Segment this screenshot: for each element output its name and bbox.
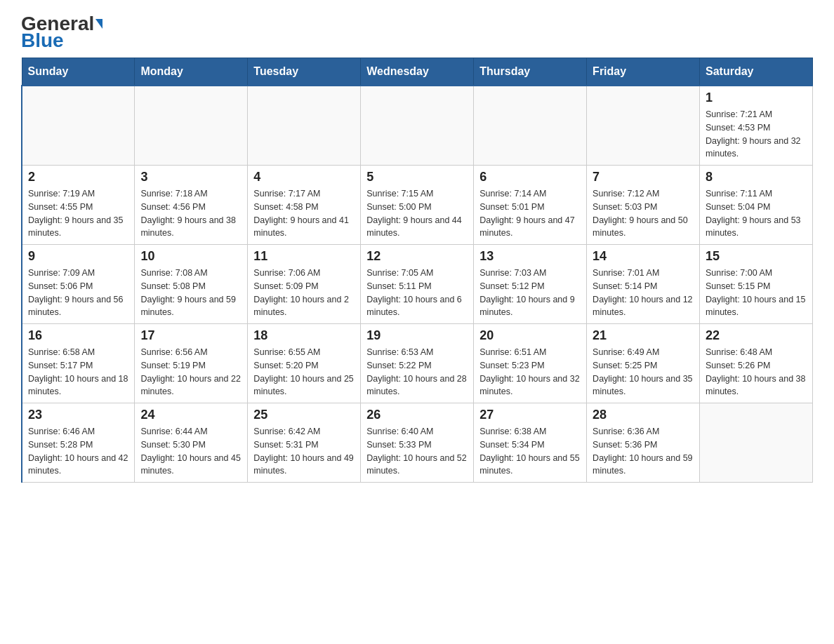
calendar-cell <box>135 86 248 166</box>
day-info: Sunrise: 6:44 AMSunset: 5:30 PMDaylight:… <box>140 425 241 478</box>
weekday-header-friday: Friday <box>587 58 700 86</box>
calendar-body: 1Sunrise: 7:21 AMSunset: 4:53 PMDaylight… <box>22 86 813 483</box>
calendar-table: SundayMondayTuesdayWednesdayThursdayFrid… <box>21 58 813 483</box>
day-info: Sunrise: 7:17 AMSunset: 4:58 PMDaylight:… <box>253 187 355 240</box>
calendar-cell <box>587 86 700 166</box>
day-info: Sunrise: 7:03 AMSunset: 5:12 PMDaylight:… <box>479 267 581 319</box>
calendar-cell: 9Sunrise: 7:09 AMSunset: 5:06 PMDaylight… <box>22 245 135 324</box>
day-number: 17 <box>140 328 241 343</box>
calendar-cell: 11Sunrise: 7:06 AMSunset: 5:09 PMDayligh… <box>248 245 361 324</box>
day-info: Sunrise: 7:08 AMSunset: 5:08 PMDaylight:… <box>140 267 241 319</box>
day-number: 23 <box>28 408 128 422</box>
day-info: Sunrise: 7:12 AMSunset: 5:03 PMDaylight:… <box>593 187 694 240</box>
weekday-header-tuesday: Tuesday <box>248 58 361 86</box>
day-info: Sunrise: 7:01 AMSunset: 5:14 PMDaylight:… <box>593 267 694 319</box>
calendar-cell: 26Sunrise: 6:40 AMSunset: 5:33 PMDayligh… <box>361 403 474 483</box>
calendar-cell: 7Sunrise: 7:12 AMSunset: 5:03 PMDaylight… <box>587 166 700 245</box>
calendar-cell: 13Sunrise: 7:03 AMSunset: 5:12 PMDayligh… <box>474 245 587 324</box>
calendar-cell: 2Sunrise: 7:19 AMSunset: 4:55 PMDaylight… <box>22 166 135 245</box>
day-info: Sunrise: 7:00 AMSunset: 5:15 PMDaylight:… <box>706 267 807 319</box>
day-info: Sunrise: 7:18 AMSunset: 4:56 PMDaylight:… <box>140 187 241 240</box>
day-number: 4 <box>253 170 355 185</box>
day-info: Sunrise: 7:15 AMSunset: 5:00 PMDaylight:… <box>366 187 468 240</box>
day-number: 13 <box>479 249 581 264</box>
day-info: Sunrise: 6:53 AMSunset: 5:22 PMDaylight:… <box>366 346 468 398</box>
weekday-header-sunday: Sunday <box>22 58 135 86</box>
calendar-cell: 17Sunrise: 6:56 AMSunset: 5:19 PMDayligh… <box>135 324 248 403</box>
weekday-header-saturday: Saturday <box>700 58 813 86</box>
calendar-cell <box>248 86 361 166</box>
day-number: 8 <box>706 170 807 185</box>
day-number: 27 <box>479 408 581 422</box>
day-info: Sunrise: 6:48 AMSunset: 5:26 PMDaylight:… <box>706 346 807 398</box>
day-number: 18 <box>253 328 355 343</box>
day-info: Sunrise: 7:21 AMSunset: 4:53 PMDaylight:… <box>706 108 807 161</box>
calendar-cell: 10Sunrise: 7:08 AMSunset: 5:08 PMDayligh… <box>135 245 248 324</box>
calendar-week-row: 2Sunrise: 7:19 AMSunset: 4:55 PMDaylight… <box>22 166 813 245</box>
calendar-cell: 5Sunrise: 7:15 AMSunset: 5:00 PMDaylight… <box>361 166 474 245</box>
day-info: Sunrise: 6:51 AMSunset: 5:23 PMDaylight:… <box>479 346 581 398</box>
weekday-header-thursday: Thursday <box>474 58 587 86</box>
logo-sub: Blue <box>21 31 64 51</box>
weekday-header-monday: Monday <box>135 58 248 86</box>
calendar-cell: 18Sunrise: 6:55 AMSunset: 5:20 PMDayligh… <box>248 324 361 403</box>
weekday-header-wednesday: Wednesday <box>361 58 474 86</box>
day-number: 25 <box>253 408 355 422</box>
calendar-cell: 4Sunrise: 7:17 AMSunset: 4:58 PMDaylight… <box>248 166 361 245</box>
day-info: Sunrise: 6:58 AMSunset: 5:17 PMDaylight:… <box>28 346 128 398</box>
day-number: 14 <box>593 249 694 264</box>
calendar-week-row: 9Sunrise: 7:09 AMSunset: 5:06 PMDaylight… <box>22 245 813 324</box>
day-number: 16 <box>28 328 128 343</box>
day-number: 1 <box>706 90 807 105</box>
weekday-header-row: SundayMondayTuesdayWednesdayThursdayFrid… <box>22 58 813 86</box>
calendar-cell: 24Sunrise: 6:44 AMSunset: 5:30 PMDayligh… <box>135 403 248 483</box>
calendar-cell: 3Sunrise: 7:18 AMSunset: 4:56 PMDaylight… <box>135 166 248 245</box>
day-number: 6 <box>479 170 581 185</box>
day-number: 26 <box>366 408 468 422</box>
day-info: Sunrise: 6:40 AMSunset: 5:33 PMDaylight:… <box>366 425 468 478</box>
day-number: 15 <box>706 249 807 264</box>
day-info: Sunrise: 6:49 AMSunset: 5:25 PMDaylight:… <box>593 346 694 398</box>
day-info: Sunrise: 6:38 AMSunset: 5:34 PMDaylight:… <box>479 425 581 478</box>
calendar-cell <box>474 86 587 166</box>
day-number: 9 <box>28 249 128 264</box>
calendar-cell: 16Sunrise: 6:58 AMSunset: 5:17 PMDayligh… <box>22 324 135 403</box>
calendar-cell: 8Sunrise: 7:11 AMSunset: 5:04 PMDaylight… <box>700 166 813 245</box>
day-number: 5 <box>366 170 468 185</box>
calendar-cell: 14Sunrise: 7:01 AMSunset: 5:14 PMDayligh… <box>587 245 700 324</box>
day-info: Sunrise: 7:06 AMSunset: 5:09 PMDaylight:… <box>253 267 355 319</box>
day-number: 2 <box>28 170 128 185</box>
calendar-week-row: 1Sunrise: 7:21 AMSunset: 4:53 PMDaylight… <box>22 86 813 166</box>
day-number: 3 <box>140 170 241 185</box>
day-info: Sunrise: 7:14 AMSunset: 5:01 PMDaylight:… <box>479 187 581 240</box>
logo-triangle-icon <box>95 19 102 29</box>
day-info: Sunrise: 6:55 AMSunset: 5:20 PMDaylight:… <box>253 346 355 398</box>
calendar-cell <box>361 86 474 166</box>
day-info: Sunrise: 6:56 AMSunset: 5:19 PMDaylight:… <box>140 346 241 398</box>
calendar-cell: 21Sunrise: 6:49 AMSunset: 5:25 PMDayligh… <box>587 324 700 403</box>
day-number: 21 <box>593 328 694 343</box>
day-number: 24 <box>140 408 241 422</box>
calendar-cell: 25Sunrise: 6:42 AMSunset: 5:31 PMDayligh… <box>248 403 361 483</box>
calendar-cell: 15Sunrise: 7:00 AMSunset: 5:15 PMDayligh… <box>700 245 813 324</box>
calendar-cell: 23Sunrise: 6:46 AMSunset: 5:28 PMDayligh… <box>22 403 135 483</box>
day-info: Sunrise: 7:09 AMSunset: 5:06 PMDaylight:… <box>28 267 128 319</box>
calendar-cell: 22Sunrise: 6:48 AMSunset: 5:26 PMDayligh… <box>700 324 813 403</box>
day-info: Sunrise: 6:46 AMSunset: 5:28 PMDaylight:… <box>28 425 128 478</box>
day-number: 22 <box>706 328 807 343</box>
day-number: 28 <box>593 408 694 422</box>
day-number: 19 <box>366 328 468 343</box>
calendar-cell <box>700 403 813 483</box>
calendar-cell: 19Sunrise: 6:53 AMSunset: 5:22 PMDayligh… <box>361 324 474 403</box>
day-number: 7 <box>593 170 694 185</box>
day-info: Sunrise: 7:05 AMSunset: 5:11 PMDaylight:… <box>366 267 468 319</box>
calendar-cell: 28Sunrise: 6:36 AMSunset: 5:36 PMDayligh… <box>587 403 700 483</box>
day-number: 20 <box>479 328 581 343</box>
calendar-week-row: 23Sunrise: 6:46 AMSunset: 5:28 PMDayligh… <box>22 403 813 483</box>
day-number: 10 <box>140 249 241 264</box>
calendar-cell: 12Sunrise: 7:05 AMSunset: 5:11 PMDayligh… <box>361 245 474 324</box>
calendar-cell: 6Sunrise: 7:14 AMSunset: 5:01 PMDaylight… <box>474 166 587 245</box>
day-info: Sunrise: 6:42 AMSunset: 5:31 PMDaylight:… <box>253 425 355 478</box>
calendar-cell: 27Sunrise: 6:38 AMSunset: 5:34 PMDayligh… <box>474 403 587 483</box>
logo: General Blue <box>21 14 102 51</box>
